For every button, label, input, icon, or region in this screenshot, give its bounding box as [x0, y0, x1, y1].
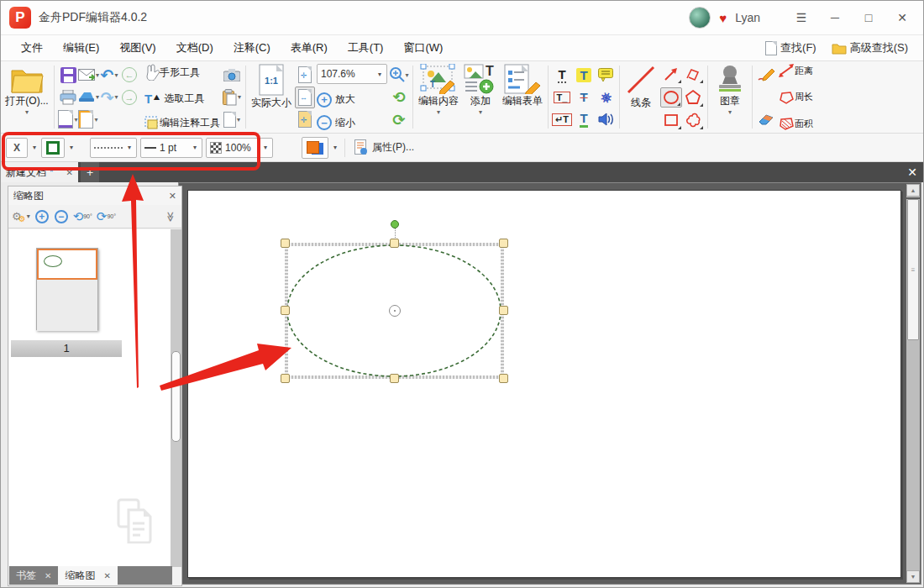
menu-file[interactable]: 文件	[11, 37, 53, 59]
thumbnail-tab[interactable]: 缩略图 ✕	[58, 566, 117, 585]
canvas-area[interactable]: ▲ ≡ ▼	[178, 182, 921, 585]
fill-color-caret-icon[interactable]: ▾	[31, 144, 38, 151]
new-tab-button[interactable]: +	[81, 162, 99, 182]
rotate-page-right-button[interactable]: ⟳90°	[97, 208, 116, 225]
zoom-level-combobox[interactable]: 107.6% ▾	[317, 64, 387, 84]
properties-button[interactable]: 属性(P)...	[351, 139, 417, 155]
snapshot-button[interactable]	[222, 64, 242, 86]
menu-tools[interactable]: 工具(T)	[338, 37, 394, 59]
rectangle-tool-button[interactable]	[660, 110, 682, 130]
polygon-tool-button[interactable]	[682, 87, 704, 108]
hand-tool-button[interactable]: 手形工具	[144, 64, 220, 81]
undo-button[interactable]: ↶	[99, 64, 119, 86]
polyline-tool-button[interactable]	[682, 64, 704, 84]
paste-button[interactable]	[222, 87, 242, 108]
zoom-in-button[interactable]: + 放大	[317, 92, 387, 108]
stamp-button[interactable]: 图章	[711, 63, 749, 131]
scrollbar-thumb[interactable]: ≡	[907, 199, 919, 340]
edit-annotation-tool-button[interactable]: 编辑注释工具	[144, 116, 220, 130]
select-tool-button[interactable]: T⯅ 选取工具	[144, 92, 220, 106]
document-tab-close-icon[interactable]: ✕	[66, 168, 73, 177]
opacity-select[interactable]: 100% ▾	[206, 138, 273, 158]
close-document-button[interactable]: ✕	[901, 162, 923, 182]
pencil-tool-button[interactable]	[756, 64, 776, 86]
sticky-note-button[interactable]	[596, 64, 616, 86]
menu-form[interactable]: 表单(R)	[281, 37, 338, 59]
scroll-up-button[interactable]: ▲	[906, 184, 920, 197]
print-button[interactable]	[58, 87, 78, 108]
marquee-zoom-button[interactable]	[389, 64, 409, 86]
scroll-down-button[interactable]: ▼	[906, 570, 920, 583]
color-swatch-caret-icon[interactable]: ▾	[332, 144, 339, 151]
rotate-right-button[interactable]: ⟳	[389, 108, 409, 130]
search-document-button[interactable]	[222, 108, 242, 130]
page-thumbnail[interactable]	[36, 248, 98, 330]
sound-button[interactable]	[596, 108, 616, 130]
page-number-label[interactable]: 1	[11, 340, 122, 357]
thumbnail-zoom-in-button[interactable]: +	[34, 208, 50, 225]
fill-none-button[interactable]: X	[6, 138, 28, 158]
back-button[interactable]: ←	[119, 64, 139, 86]
rotate-left-button[interactable]: ⟲	[389, 87, 409, 108]
panel-scrollbar[interactable]	[171, 229, 181, 567]
canvas-scrollbar[interactable]: ▲ ≡ ▼	[906, 184, 920, 583]
ellipse-selection[interactable]	[285, 243, 504, 379]
edit-form-button[interactable]: 编辑表单	[500, 63, 545, 131]
measure-perimeter-button[interactable]: 周长	[778, 91, 813, 104]
cloud-tool-button[interactable]	[682, 110, 704, 130]
arrow-tool-button[interactable]	[660, 64, 682, 84]
menu-window[interactable]: 窗口(W)	[393, 37, 453, 59]
handle-bottom-left[interactable]	[281, 374, 290, 383]
stroke-color-button[interactable]	[41, 138, 65, 158]
open-button[interactable]: 打开(O)...	[3, 63, 51, 131]
app-menu-button[interactable]: ☰	[789, 7, 814, 29]
handle-middle-left[interactable]	[281, 306, 290, 315]
handle-top-center[interactable]	[390, 239, 399, 248]
menu-edit[interactable]: 编辑(E)	[53, 37, 109, 59]
fit-width-button[interactable]: ↔	[295, 87, 315, 108]
measure-distance-button[interactable]: 距离	[778, 64, 813, 77]
save-button[interactable]	[58, 64, 78, 86]
underline-text-button[interactable]: T	[574, 108, 594, 130]
handle-middle-right[interactable]	[499, 306, 508, 315]
handle-top-left[interactable]	[281, 239, 290, 248]
strikethrough-text-button[interactable]: T	[574, 87, 594, 108]
panel-scrollbar-thumb[interactable]	[171, 351, 181, 442]
thumbnail-viewport-rect[interactable]	[37, 249, 97, 280]
panel-close-icon[interactable]: ✕	[169, 191, 176, 202]
highlight-text-button[interactable]: T	[574, 64, 594, 86]
menu-view[interactable]: 视图(V)	[109, 37, 165, 59]
email-button[interactable]	[78, 64, 99, 86]
fit-page-button[interactable]: ✛	[295, 64, 315, 86]
callout-button[interactable]: ↵T	[552, 108, 572, 130]
fit-visible-button[interactable]: ✛	[295, 108, 315, 130]
handle-bottom-center[interactable]	[390, 374, 399, 383]
textbox-button[interactable]: T_	[552, 87, 572, 108]
line-style-select[interactable]: ▾	[90, 138, 137, 158]
find-button[interactable]: 查找(F)	[760, 38, 822, 58]
actual-size-button[interactable]: 1:1 实际大小	[249, 63, 294, 131]
advanced-find-button[interactable]: 高级查找(S)	[827, 38, 913, 58]
attach-file-button[interactable]: ⎈	[596, 87, 616, 108]
measure-area-button[interactable]: 面积	[778, 117, 813, 130]
document-tab[interactable]: 新建文档 * ✕	[1, 162, 78, 182]
zoom-out-button[interactable]: − 缩小	[317, 115, 387, 130]
edit-content-button[interactable]: T 编辑内容	[416, 63, 461, 131]
minimize-button[interactable]: ─	[822, 7, 848, 29]
menu-document[interactable]: 文档(D)	[166, 37, 223, 59]
close-button[interactable]: ✕	[890, 7, 915, 29]
redo-button[interactable]: ↷	[99, 87, 119, 108]
color-swatch-button[interactable]	[302, 137, 328, 159]
bookmark-tab-close-icon[interactable]: ✕	[45, 571, 51, 580]
panel-options-button[interactable]: ⚙⚙	[12, 208, 30, 225]
line-tool-button[interactable]: 线条	[622, 63, 659, 131]
thumbnail-tab-close-icon[interactable]: ✕	[103, 571, 110, 580]
handle-top-right[interactable]	[499, 239, 508, 248]
forward-button[interactable]: →	[119, 87, 139, 108]
bookmark-tab[interactable]: 书签 ✕	[9, 566, 58, 585]
stroke-color-caret-icon[interactable]: ▾	[68, 144, 75, 151]
eraser-tool-button[interactable]	[756, 108, 776, 130]
thumbnail-zoom-out-button[interactable]: −	[54, 208, 69, 225]
maximize-button[interactable]: □	[856, 7, 881, 29]
menu-comment[interactable]: 注释(C)	[223, 37, 281, 59]
